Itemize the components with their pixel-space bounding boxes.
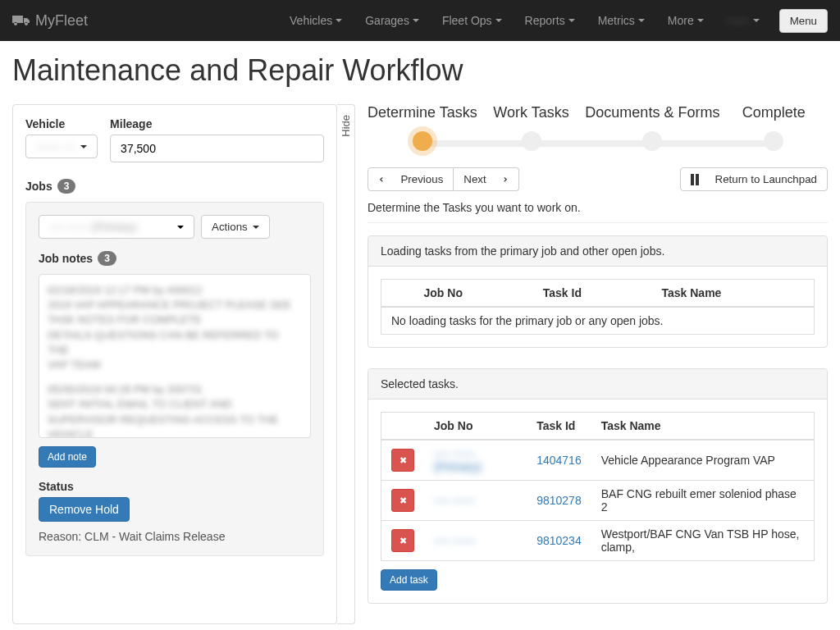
step-indicator: Determine Tasks Work Tasks Documents & F… <box>368 104 828 151</box>
caret-icon <box>753 19 760 22</box>
remove-task-button[interactable]: ✖ <box>391 489 414 512</box>
taskid-link[interactable]: 9810234 <box>536 534 582 547</box>
chevron-right-icon: › <box>502 173 509 185</box>
caret-icon <box>253 226 259 229</box>
nav-garages[interactable]: Garages <box>355 2 429 39</box>
nav-metrics[interactable]: Metrics <box>588 2 655 39</box>
loading-tasks-panel: Loading tasks from the primary job and o… <box>368 235 828 348</box>
table-row: ✖ ---- ------ (Primary) 1404716 Vehicle … <box>381 440 815 481</box>
empty-message: No loading tasks for the primary job or … <box>381 307 815 335</box>
caret-icon <box>568 19 575 22</box>
nav-more[interactable]: More <box>658 2 714 39</box>
caret-icon <box>80 145 87 148</box>
hide-panel-tab[interactable]: Hide <box>337 104 355 624</box>
taskname: Westport/BAF CNG Van TSB HP hose, clamp, <box>591 521 815 561</box>
remove-task-button[interactable]: ✖ <box>391 529 414 552</box>
caret-icon <box>413 19 419 22</box>
navbar: MyFleet Vehicles Garages Fleet Ops Repor… <box>0 0 840 41</box>
menu-button[interactable]: Menu <box>779 9 828 33</box>
truck-icon <box>12 14 30 27</box>
remove-task-button[interactable]: ✖ <box>391 449 414 472</box>
remove-hold-button[interactable]: Remove Hold <box>39 497 130 522</box>
jobs-well: ---- ------ (Primary) Actions Job notes … <box>25 202 324 556</box>
caret-icon <box>177 226 184 229</box>
add-task-button[interactable]: Add task <box>381 569 437 591</box>
instruction-text: Determine the Tasks you want to work on. <box>368 201 828 214</box>
next-button[interactable]: Next › <box>454 167 519 191</box>
col-jobno: Job No <box>424 413 527 441</box>
taskname: Vehicle Appearance Program VAP <box>591 440 815 481</box>
nav-user[interactable]: ------ <box>717 2 769 39</box>
col-taskid: Task Id <box>533 280 652 308</box>
previous-button[interactable]: ‹ Previous <box>368 167 454 191</box>
panel-heading: Selected tasks. <box>368 369 827 399</box>
col-taskid: Task Id <box>527 413 591 441</box>
caret-icon <box>697 19 704 22</box>
step-documents[interactable]: Documents & Forms <box>585 104 719 151</box>
notes-list: 02/18/2019 12:17 PM by #000122019 VAP AP… <box>39 274 311 438</box>
status-label: Status <box>39 480 311 493</box>
page-title: Maintenance and Repair Workflow <box>12 53 828 88</box>
taskid-link[interactable]: 9810278 <box>536 494 582 507</box>
left-panel: Vehicle ------- --- Mileage Jobs 3 <box>12 104 337 624</box>
status-reason: Reason: CLM - Wait Claims Release <box>39 530 311 543</box>
pause-icon <box>691 174 699 185</box>
right-panel: Determine Tasks Work Tasks Documents & F… <box>355 104 828 624</box>
chevron-left-icon: ‹ <box>378 173 385 185</box>
caret-icon <box>336 19 342 22</box>
jobno-link[interactable]: ---- ------ (Primary) <box>434 447 482 473</box>
return-launchpad-button[interactable]: Return to Launchpad <box>680 167 828 191</box>
mileage-input[interactable] <box>110 135 324 162</box>
notes-label: Job notes <box>39 252 93 265</box>
jobs-label: Jobs <box>25 180 52 193</box>
mileage-label: Mileage <box>110 117 324 130</box>
selected-tasks-panel: Selected tasks. Job No Task Id Task Name… <box>368 368 828 604</box>
step-complete[interactable]: Complete <box>719 104 828 151</box>
notes-count-badge: 3 <box>98 251 116 266</box>
taskid-link[interactable]: 1404716 <box>536 454 582 467</box>
note-entry: 05/30/2019 04:28 PM by 200731SENT INITIA… <box>48 382 302 438</box>
caret-icon <box>495 19 502 22</box>
job-select-dropdown[interactable]: ---- ------ (Primary) <box>39 215 194 239</box>
table-row: ✖ ---- ------ 9810234 Westport/BAF CNG V… <box>381 521 815 561</box>
add-note-button[interactable]: Add note <box>39 446 96 468</box>
nav-reports[interactable]: Reports <box>515 2 585 39</box>
step-work[interactable]: Work Tasks <box>477 104 586 151</box>
col-taskname: Task Name <box>591 413 815 441</box>
actions-dropdown[interactable]: Actions <box>201 215 270 239</box>
loading-tasks-table: Job No Task Id Task Name No loading task… <box>381 279 815 335</box>
caret-icon <box>638 19 645 22</box>
brand-text: MyFleet <box>35 12 88 30</box>
vehicle-label: Vehicle <box>25 117 98 130</box>
jobno-link[interactable]: ---- ------ <box>434 534 476 547</box>
jobs-count-badge: 3 <box>57 179 76 194</box>
taskname: BAF CNG rebuilt emer soleniod phase 2 <box>591 481 815 521</box>
nav-fleetops[interactable]: Fleet Ops <box>432 2 512 39</box>
jobno-link[interactable]: ---- ------ <box>434 494 476 507</box>
brand[interactable]: MyFleet <box>12 12 88 30</box>
col-taskname: Task Name <box>651 280 814 308</box>
panel-heading: Loading tasks from the primary job and o… <box>368 236 827 267</box>
note-entry: 02/18/2019 12:17 PM by #000122019 VAP AP… <box>48 283 302 372</box>
table-row: ✖ ---- ------ 9810278 BAF CNG rebuilt em… <box>381 481 815 521</box>
step-determine[interactable]: Determine Tasks <box>368 104 477 151</box>
selected-tasks-table: Job No Task Id Task Name ✖ ---- ------ (… <box>381 412 815 561</box>
col-jobno: Job No <box>414 280 533 308</box>
vehicle-dropdown[interactable]: ------- --- <box>25 135 98 158</box>
nav-vehicles[interactable]: Vehicles <box>280 2 352 39</box>
